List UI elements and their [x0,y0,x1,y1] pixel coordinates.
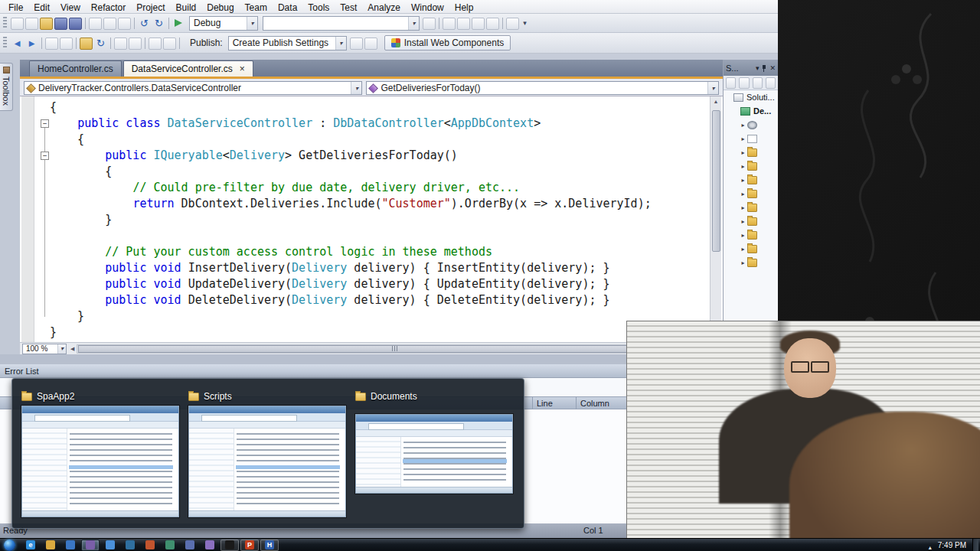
expand-arrow-icon[interactable]: ▸ [740,122,746,129]
tree-item[interactable]: De... [724,104,778,118]
scroll-thumb[interactable] [78,345,710,353]
collapse-all-icon[interactable] [739,77,749,89]
taskbar-preview-scripts[interactable]: Scripts [185,386,349,520]
cut-icon[interactable] [89,18,102,30]
menu-item-build[interactable]: Build [171,1,202,15]
home-icon[interactable] [726,77,736,89]
toolbar-grip[interactable] [3,37,7,49]
tree-item[interactable]: Soluti... [724,90,778,104]
solution-explorer-title[interactable]: S... ▾ ✕ [724,60,778,76]
expand-arrow-icon[interactable]: ▸ [740,246,746,253]
scroll-left-icon[interactable]: ◀ [68,346,77,352]
style-icon[interactable] [149,37,162,50]
start-debugging-button[interactable] [175,19,182,27]
add-item-icon[interactable] [25,18,38,30]
extension-icon[interactable] [506,18,519,30]
powerpoint-icon[interactable]: P [240,540,259,551]
debug-configuration-dropdown[interactable]: Debug [189,16,258,31]
scroll-thumb[interactable] [712,110,720,252]
vertical-scrollbar[interactable]: ▲ ▼ [710,96,721,342]
scroll-up-icon[interactable]: ▲ [714,96,719,106]
explorer-window-thumbnail[interactable] [355,414,513,494]
solution-explorer-icon[interactable] [443,18,456,30]
app-icon-3[interactable] [141,540,159,551]
expand-arrow-icon[interactable]: ▸ [740,204,746,211]
tree-item[interactable]: ▸ [724,159,778,173]
save-icon[interactable] [54,18,67,30]
expand-arrow-icon[interactable]: ▸ [740,149,746,156]
publish-settings-dropdown[interactable]: Create Publish Settings [228,36,347,51]
code-editor[interactable]: −− { public class DataServiceController … [20,96,723,342]
show-hidden-icons-icon[interactable]: ▴ [929,544,932,551]
menu-item-analyze[interactable]: Analyze [362,1,406,15]
expand-arrow-icon[interactable]: ▸ [740,177,746,184]
find-icon[interactable] [423,18,436,30]
tree-item[interactable]: ▸ [724,228,778,242]
properties-icon[interactable] [457,18,470,30]
menu-item-help[interactable]: Help [449,1,479,15]
tree-item[interactable]: ▸ [724,118,778,132]
visual-studio-icon[interactable] [81,540,100,551]
overflow-icon[interactable]: ▾ [521,18,529,30]
tree-item[interactable]: ▸ [724,132,778,145]
menu-item-window[interactable]: Window [406,1,449,15]
menu-item-refactor[interactable]: Refactor [86,1,131,15]
package-icon[interactable] [350,37,363,50]
zoom-dropdown[interactable]: 100 % [22,344,67,354]
internet-explorer-icon[interactable]: e [21,540,40,551]
close-tab-icon[interactable]: × [240,64,245,73]
view-designer-icon[interactable] [129,37,142,50]
new-item-icon[interactable] [45,37,58,50]
visual-studio-icon-2[interactable] [201,540,219,551]
paste-icon[interactable] [118,18,131,30]
expand-arrow-icon[interactable]: ▸ [740,163,746,170]
toolbar-grip[interactable] [3,17,7,29]
refresh-icon[interactable]: ↻ [94,37,107,50]
add-class-icon[interactable] [60,37,73,50]
redo-icon[interactable]: ↻ [152,18,165,30]
nav-back-icon[interactable]: ◀ [11,37,24,50]
nav-forward-icon[interactable]: ▶ [25,37,38,50]
window-position-icon[interactable]: ▾ [756,64,760,72]
menu-item-debug[interactable]: Debug [201,1,239,15]
tree-item[interactable]: ▸ [724,187,778,201]
new-file-icon[interactable] [11,18,24,30]
explorer-window-thumbnail[interactable] [188,406,346,517]
taskbar-preview-spaapp2[interactable]: SpaApp2 [18,386,182,520]
refresh-icon[interactable] [766,77,776,89]
toolbar-search-combo[interactable] [263,16,420,31]
globe-icon[interactable] [364,37,377,50]
recorder-icon[interactable]: H [260,540,279,551]
menu-item-file[interactable]: File [3,1,28,15]
tree-item[interactable]: ▸ [724,242,778,256]
app-icon-1[interactable] [101,540,119,551]
expand-arrow-icon[interactable]: ▸ [740,191,746,197]
windows-explorer-icon[interactable] [41,540,60,551]
horizontal-scrollbar[interactable]: ◀ ▶ [67,343,723,354]
menu-item-data[interactable]: Data [273,1,302,15]
tree-item[interactable]: ▸ [724,256,778,269]
menu-item-project[interactable]: Project [131,1,170,15]
expand-arrow-icon[interactable]: ▸ [740,218,746,225]
console-window-icon[interactable] [220,540,239,551]
menu-item-edit[interactable]: Edit [28,1,55,15]
taskbar-preview-documents[interactable]: Documents [352,386,516,497]
menu-item-team[interactable]: Team [240,1,273,15]
app-icon-4[interactable] [161,540,179,551]
start-button[interactable] [4,540,15,551]
tab-homecontroller[interactable]: HomeController.cs [29,60,122,77]
menu-item-view[interactable]: View [55,1,86,15]
toolbox-icon[interactable] [486,18,499,30]
open-file-icon[interactable] [40,18,53,30]
tree-item[interactable]: ▸ [724,214,778,228]
install-web-components-button[interactable]: Install Web Components [384,35,511,51]
show-desktop-button[interactable] [972,539,978,551]
expand-arrow-icon[interactable]: ▸ [740,135,746,142]
column-header-column[interactable]: Column [576,397,623,410]
app-icon-2[interactable] [121,540,139,551]
show-all-files-icon[interactable] [753,77,763,89]
collapse-region-icon[interactable]: − [41,152,49,160]
expand-arrow-icon[interactable]: ▸ [740,232,746,239]
expand-arrow-icon[interactable]: ▸ [740,259,746,266]
app-icon-5[interactable] [181,540,199,551]
